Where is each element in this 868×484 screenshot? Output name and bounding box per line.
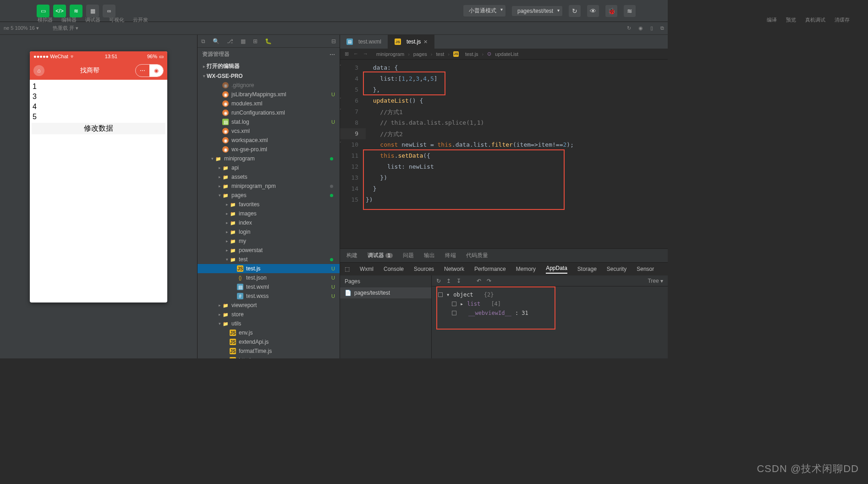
db-icon[interactable]: ⊞ — [253, 38, 258, 44]
tree-item-miniprogram[interactable]: ▾📁miniprogram — [198, 154, 340, 163]
debug-icon[interactable]: 🐞 — [605, 5, 617, 17]
cache-icon[interactable]: ≋ — [624, 5, 636, 17]
code-editor[interactable]: ˅345˅6˅789˅101112131415 data: { list:[1,… — [340, 60, 668, 248]
preview-icon[interactable]: 👁 — [587, 5, 599, 17]
devtool-tab-Network[interactable]: Network — [444, 266, 464, 272]
mode-dropdown[interactable]: 小普通模式 — [463, 5, 505, 16]
visual-toggle-button[interactable]: ▦ — [86, 5, 99, 17]
tree-item-env.js[interactable]: JSenv.js — [198, 328, 340, 337]
debug-tab-终端[interactable]: 终端 — [445, 252, 456, 259]
device-dropdown[interactable]: ne 5 100% 16 ▾ — [4, 25, 39, 31]
window-icon[interactable]: ⧉ — [660, 25, 664, 31]
tree-item-index[interactable]: ▸📁index — [198, 218, 340, 227]
bc-miniprogram[interactable]: miniprogram — [376, 51, 404, 57]
tree-item-runConfigurations.xml[interactable]: ◉runConfigurations.xml — [198, 108, 340, 117]
appdata-tree[interactable]: ▾object {2} ▸list [4] __webviewId__: 31 — [432, 286, 668, 321]
tree-dropdown[interactable]: Tree ▾ — [648, 278, 663, 284]
redo-icon[interactable]: ↷ — [487, 278, 491, 284]
bc-file[interactable]: test.js — [465, 51, 478, 57]
tree-item-test.wxss[interactable]: #test.wxssU — [198, 292, 340, 301]
down-icon[interactable]: ↧ — [456, 278, 461, 284]
tree-item-workspace.xml[interactable]: ◉workspace.xml — [198, 136, 340, 145]
dock-icon[interactable]: ⊟ — [331, 38, 336, 44]
editor-tab-test.wxml[interactable]: ▤test.wxml — [340, 35, 388, 49]
tree-item-.gitignore[interactable]: ◉.gitignore — [198, 81, 340, 90]
bc-method[interactable]: updateList — [495, 51, 518, 57]
tree-item-images[interactable]: ▸📁images — [198, 209, 340, 218]
inspect-icon[interactable]: ⬚ — [345, 266, 350, 272]
refresh-icon[interactable]: ↻ — [569, 5, 581, 17]
tree-item-utils[interactable]: ▾📁utils — [198, 319, 340, 328]
menu-icon[interactable]: ⋯ — [136, 65, 149, 77]
up-icon[interactable]: ↥ — [446, 278, 451, 284]
tree-item-stat.log[interactable]: ▤stat.logU — [198, 117, 340, 126]
debug-tab-代码质量[interactable]: 代码质量 — [466, 252, 488, 259]
tree-item-test.wxml[interactable]: ▤test.wxmlU — [198, 282, 340, 292]
tree-item-modules.xml[interactable]: ◉modules.xml — [198, 99, 340, 108]
bc-test[interactable]: test — [436, 51, 444, 57]
tree-item-assets[interactable]: ▸📁assets — [198, 172, 340, 182]
bug-icon[interactable]: 🐛 — [265, 38, 272, 44]
record-icon[interactable]: ◉ — [638, 25, 643, 31]
tree-item-vcs.xml[interactable]: ◉vcs.xml — [198, 126, 340, 136]
tree-item-favorites[interactable]: ▸📁favorites — [198, 200, 340, 209]
devtool-tab-Console[interactable]: Console — [384, 266, 404, 272]
more-icon[interactable]: ⋯ — [330, 51, 335, 58]
tree-item-miniprogram_npm[interactable]: ▸📁miniprogram_npm — [198, 182, 340, 191]
debug-tab-构建[interactable]: 构建 — [346, 252, 357, 259]
tree-item-test.js[interactable]: JStest.jsU — [198, 264, 340, 273]
cloud-toggle-button[interactable]: ∞ — [103, 5, 115, 17]
devtool-tab-Wxml[interactable]: Wxml — [360, 266, 374, 272]
open-editors-section[interactable]: ▸打开的编辑器 — [198, 61, 340, 72]
tree-item-test[interactable]: ▾📁test — [198, 255, 340, 264]
devtool-tab-Sources[interactable]: Sources — [414, 266, 434, 272]
code-body[interactable]: data: { list:[1,2,3,4,5] }, updateList()… — [366, 60, 668, 248]
tree-item-pages[interactable]: ▾📁pages — [198, 191, 340, 200]
tree-item-my[interactable]: ▸📁my — [198, 236, 340, 246]
git-icon[interactable]: ⎇ — [227, 38, 233, 44]
undo-icon[interactable]: ↶ — [477, 278, 481, 284]
devtool-tab-Storage[interactable]: Storage — [577, 266, 597, 272]
devtool-tab-Memory[interactable]: Memory — [516, 266, 536, 272]
devtool-tab-Performance[interactable]: Performance — [474, 266, 506, 272]
devtool-tab-Security[interactable]: Security — [607, 266, 626, 272]
tree-item-http.js[interactable]: JShttp.js — [198, 356, 340, 358]
tree-item-jsLibraryMappings.xml[interactable]: ◉jsLibraryMappings.xmlU — [198, 90, 340, 99]
device-icon[interactable]: ▯ — [650, 25, 653, 31]
tree-item-api[interactable]: ▸📁api — [198, 163, 340, 172]
tree-item-store[interactable]: ▸📁store — [198, 310, 340, 319]
tree-item-viewreport[interactable]: ▸📁viewreport — [198, 301, 340, 310]
debug-tab-问题[interactable]: 问题 — [403, 252, 414, 259]
nav-back-icon[interactable]: ← — [353, 51, 358, 57]
close-icon[interactable]: ◉ — [149, 65, 163, 77]
project-section[interactable]: ▾WX-GSE-PRO — [198, 72, 340, 81]
simulator-toggle-button[interactable]: ▭ — [37, 5, 49, 17]
capsule-button[interactable]: ⋯ ◉ — [135, 64, 164, 77]
rotate-icon[interactable]: ↻ — [627, 25, 631, 31]
layout-icon[interactable]: ⊞ — [345, 51, 349, 57]
devtool-tab-Sensor[interactable]: Sensor — [637, 266, 654, 272]
devtool-tab-AppData[interactable]: AppData — [546, 265, 567, 274]
editor-toggle-button[interactable]: </> — [53, 5, 66, 17]
debug-tab-输出[interactable]: 输出 — [424, 252, 435, 259]
close-icon[interactable]: ✕ — [423, 39, 428, 45]
debugger-toggle-button[interactable]: ≋ — [70, 5, 82, 17]
grid-icon[interactable]: ▦ — [241, 38, 246, 44]
tree-item-test.json[interactable]: {}test.jsonU — [198, 273, 340, 282]
refresh-icon[interactable]: ↻ — [436, 278, 441, 284]
editor-tab-test.js[interactable]: JStest.js✕ — [388, 35, 434, 49]
home-icon[interactable]: ⌂ — [33, 65, 44, 76]
tree-item-login[interactable]: ▸📁login — [198, 227, 340, 236]
tree-item-powerstat[interactable]: ▸📁powerstat — [198, 246, 340, 255]
debug-tab-调试器[interactable]: 调试器1 — [368, 252, 393, 259]
modify-button[interactable]: 修改数据 — [32, 123, 165, 134]
tree-item-wx-gse-pro.iml[interactable]: ◉wx-gse-pro.iml — [198, 145, 340, 154]
files-icon[interactable]: ⧉ — [201, 38, 205, 44]
hot-reload-dropdown[interactable]: 热重载 开 ▾ — [53, 25, 78, 32]
tree-item-formatTime.js[interactable]: JSformatTime.js — [198, 346, 340, 356]
tree-item-extendApi.js[interactable]: JSextendApi.js — [198, 337, 340, 346]
nav-fwd-icon[interactable]: → — [363, 51, 368, 57]
search-icon[interactable]: 🔍 — [213, 38, 220, 44]
bc-pages[interactable]: pages — [413, 51, 427, 57]
page-dropdown[interactable]: pages/test/test — [512, 6, 562, 16]
